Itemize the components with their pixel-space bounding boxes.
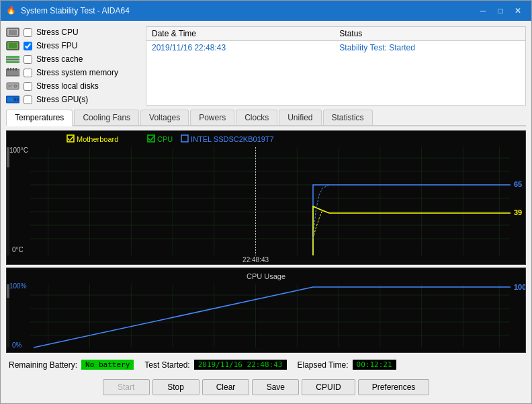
svg-text:Motherboard: Motherboard (77, 135, 118, 143)
status-bar: Remaining Battery: No battery Test Start… (6, 357, 526, 372)
tabs-section: Temperatures Cooling Fans Voltages Power… (6, 110, 526, 126)
battery-status: Remaining Battery: No battery (9, 360, 134, 370)
save-button[interactable]: Save (252, 379, 299, 395)
svg-text:65: 65 (514, 180, 522, 188)
svg-text:100°C: 100°C (9, 147, 28, 154)
stress-disks-item: Stress local disks (6, 80, 140, 92)
stress-gpu-checkbox[interactable] (24, 95, 32, 104)
svg-rect-16 (8, 87, 11, 88)
battery-label: Remaining Battery: (9, 360, 77, 370)
svg-rect-11 (15, 68, 17, 71)
tab-unified[interactable]: Unified (279, 110, 321, 125)
stress-cache-label: Stress cache (36, 54, 83, 64)
cpu-chart: CPU Usage (6, 268, 526, 353)
temp-chart-svg: Motherboard CPU INTEL SSDSC2KB019T7 100°… (7, 131, 525, 265)
stress-fpu-item: Stress FPU (6, 40, 140, 52)
svg-text:100%: 100% (9, 282, 27, 290)
status-table-container: Date & Time Status 2019/11/16 22:48:43 S… (146, 26, 526, 106)
row-datetime: 2019/11/16 22:48:43 (146, 41, 334, 55)
temp-chart: Motherboard CPU INTEL SSDSC2KB019T7 100°… (6, 130, 526, 265)
stress-cpu-checkbox[interactable] (24, 28, 32, 37)
main-window: 🔥 System Stability Test - AIDA64 ─ □ ✕ (0, 0, 532, 404)
svg-rect-21 (7, 131, 525, 265)
svg-rect-20 (17, 98, 19, 101)
svg-rect-10 (13, 68, 14, 71)
stress-cpu-label: Stress CPU (36, 28, 79, 37)
stress-fpu-label: Stress FPU (36, 41, 77, 50)
tab-voltages[interactable]: Voltages (140, 110, 189, 125)
test-started-label: Test Started: (144, 360, 189, 370)
svg-text:22:48:43: 22:48:43 (242, 256, 269, 264)
svg-text:INTEL SSDSC2KB019T7: INTEL SSDSC2KB019T7 (191, 135, 274, 143)
svg-rect-19 (14, 98, 16, 101)
maximize-button[interactable]: □ (492, 4, 508, 17)
row-status: Stability Test: Started (334, 41, 525, 55)
stress-fpu-checkbox[interactable] (24, 42, 32, 50)
stress-disks-checkbox[interactable] (24, 82, 32, 91)
svg-rect-81 (7, 284, 9, 298)
cpu-chart-svg: CPU Usage (7, 268, 525, 353)
memory-icon (6, 67, 19, 78)
status-table: Date & Time Status 2019/11/16 22:48:43 S… (146, 27, 525, 54)
action-bar: Start Stop Clear Save CPUID Preferences (6, 376, 526, 398)
cpuid-button[interactable]: CPUID (302, 379, 355, 395)
checkboxes-panel: Stress CPU Stress FPU (6, 26, 140, 106)
title-bar: 🔥 System Stability Test - AIDA64 ─ □ ✕ (1, 1, 531, 21)
stress-gpu-label: Stress GPU(s) (36, 95, 88, 104)
svg-text:100%: 100% (514, 283, 525, 291)
svg-rect-8 (7, 68, 9, 71)
app-icon: 🔥 (6, 5, 17, 16)
fpu-icon (6, 40, 19, 51)
gpu-icon (6, 94, 19, 105)
stress-cpu-item: Stress CPU (6, 26, 140, 38)
stress-cache-checkbox[interactable] (24, 55, 32, 64)
svg-rect-59 (7, 268, 525, 353)
tab-clocks[interactable]: Clocks (236, 110, 277, 125)
tab-powers[interactable]: Powers (190, 110, 234, 125)
table-row: 2019/11/16 22:48:43 Stability Test: Star… (146, 41, 525, 55)
stress-memory-checkbox[interactable] (24, 69, 32, 77)
tabs-bar: Temperatures Cooling Fans Voltages Power… (6, 110, 526, 126)
tab-cooling-fans[interactable]: Cooling Fans (74, 110, 139, 125)
tab-statistics[interactable]: Statistics (323, 110, 373, 125)
cpu-icon (6, 27, 19, 38)
svg-text:39: 39 (514, 208, 522, 216)
battery-value: No battery (81, 360, 134, 370)
window-controls: ─ □ ✕ (475, 4, 526, 17)
svg-rect-58 (7, 147, 9, 167)
window-title: System Stability Test - AIDA64 (21, 6, 475, 15)
svg-rect-9 (10, 68, 11, 71)
elapsed-time-label: Elapsed Time: (298, 360, 349, 370)
tab-temperatures[interactable]: Temperatures (6, 110, 73, 126)
test-started-status: Test Started: 2019/11/16 22:48:43 (144, 360, 286, 370)
stress-gpu-item: Stress GPU(s) (6, 93, 140, 106)
svg-rect-4 (6, 56, 19, 58)
minimize-button[interactable]: ─ (475, 4, 491, 17)
clear-button[interactable]: Clear (202, 379, 250, 395)
stress-disks-label: Stress local disks (36, 81, 99, 91)
svg-text:0°C: 0°C (12, 246, 24, 253)
stress-cache-item: Stress cache (6, 53, 140, 65)
top-section: Stress CPU Stress FPU (6, 26, 526, 106)
stress-memory-label: Stress system memory (36, 68, 118, 77)
test-started-value: 2019/11/16 22:48:43 (194, 360, 287, 370)
elapsed-time-status: Elapsed Time: 00:12:21 (298, 360, 396, 370)
svg-rect-1 (9, 30, 17, 35)
preferences-button[interactable]: Preferences (358, 379, 430, 395)
main-content: Stress CPU Stress FPU (1, 21, 531, 403)
svg-text:CPU: CPU (157, 135, 173, 143)
svg-rect-6 (6, 61, 19, 63)
close-button[interactable]: ✕ (510, 4, 526, 17)
col-status: Status (334, 27, 525, 41)
stop-button[interactable]: Stop (152, 379, 200, 395)
svg-point-14 (15, 85, 16, 87)
svg-rect-15 (8, 85, 13, 86)
svg-rect-5 (6, 58, 19, 60)
start-button[interactable]: Start (103, 379, 150, 395)
svg-rect-3 (9, 43, 17, 48)
charts-area: Motherboard CPU INTEL SSDSC2KB019T7 100°… (6, 130, 526, 353)
stress-memory-item: Stress system memory (6, 67, 140, 79)
svg-text:CPU Usage: CPU Usage (247, 272, 285, 280)
disk-icon (6, 81, 19, 91)
cache-icon (6, 54, 19, 65)
